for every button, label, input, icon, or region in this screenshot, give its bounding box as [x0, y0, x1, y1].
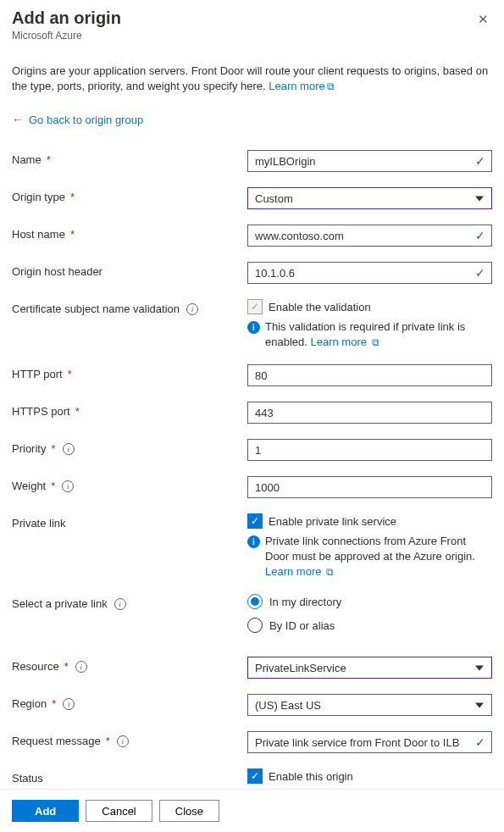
enable-validation-checkbox: ✓ — [247, 299, 263, 314]
enable-validation-label: Enable the validation — [269, 301, 371, 313]
http-port-label: HTTP port — [12, 368, 63, 380]
resource-label: Resource — [12, 660, 59, 673]
info-blue-icon: i — [247, 321, 260, 334]
info-icon[interactable]: i — [117, 735, 129, 747]
close-icon[interactable]: ✕ — [474, 8, 492, 31]
origin-type-label: Origin type — [12, 191, 65, 203]
back-arrow-icon: ← — [12, 113, 24, 126]
info-blue-icon: i — [247, 535, 260, 548]
region-select[interactable] — [247, 694, 492, 716]
learn-more-link[interactable]: Learn more⧉ — [269, 80, 334, 92]
name-input[interactable] — [247, 150, 492, 172]
priority-label: Priority — [12, 442, 46, 455]
http-port-input[interactable] — [247, 364, 492, 386]
radio-icon — [247, 594, 263, 609]
info-icon[interactable]: i — [62, 480, 74, 492]
external-link-icon: ⧉ — [326, 565, 334, 579]
private-link-label: Private link — [12, 517, 66, 530]
cert-validation-label: Certificate subject name validation — [12, 302, 180, 315]
enable-origin-checkbox[interactable]: ✓ — [247, 768, 263, 784]
enable-private-link-label: Enable private link service — [269, 515, 396, 528]
weight-label: Weight — [12, 480, 46, 492]
region-label: Region — [12, 697, 47, 710]
host-name-input[interactable] — [247, 225, 492, 247]
radio-by-id-label: By ID or alias — [269, 619, 335, 632]
info-icon[interactable]: i — [63, 698, 75, 710]
radio-icon — [247, 618, 263, 633]
info-icon[interactable]: i — [114, 598, 126, 610]
https-port-input[interactable] — [247, 402, 492, 424]
radio-in-directory-label: In my directory — [269, 596, 341, 608]
description-text: Origins are your application servers. Fr… — [12, 64, 492, 94]
description-body: Origins are your application servers. Fr… — [12, 64, 488, 92]
host-name-label: Host name — [12, 228, 65, 241]
enable-origin-label: Enable this origin — [269, 770, 353, 783]
private-link-learn-more-link[interactable]: Learn more ⧉ — [265, 565, 334, 578]
panel-title: Add an origin — [12, 8, 121, 28]
panel-subtitle: Microsoft Azure — [12, 30, 121, 42]
request-message-label: Request message — [12, 735, 101, 747]
radio-in-my-directory[interactable]: In my directory — [247, 594, 492, 609]
add-button[interactable]: Add — [12, 800, 79, 822]
private-link-info: Private link connections from Azure Fron… — [265, 535, 475, 563]
https-port-label: HTTPS port — [12, 405, 70, 418]
info-icon[interactable]: i — [186, 303, 198, 315]
radio-by-id-or-alias[interactable]: By ID or alias — [247, 618, 492, 633]
info-icon[interactable]: i — [75, 661, 87, 673]
request-message-input[interactable] — [247, 731, 492, 753]
cert-learn-more-link[interactable]: Learn more ⧉ — [311, 336, 379, 348]
external-link-icon: ⧉ — [327, 80, 335, 94]
enable-private-link-checkbox[interactable]: ✓ — [247, 513, 263, 529]
external-link-icon: ⧉ — [372, 336, 379, 349]
select-private-link-label: Select a private link — [12, 597, 108, 610]
close-button[interactable]: Close — [159, 800, 219, 822]
cancel-button[interactable]: Cancel — [86, 800, 152, 822]
required-marker: * — [47, 153, 51, 166]
status-label: Status — [12, 772, 43, 785]
weight-input[interactable] — [247, 476, 492, 498]
back-to-origin-group-link[interactable]: Go back to origin group — [29, 114, 143, 126]
origin-host-header-label: Origin host header — [12, 265, 102, 278]
info-icon[interactable]: i — [63, 443, 75, 455]
name-label: Name — [12, 153, 42, 166]
priority-input[interactable] — [247, 439, 492, 461]
origin-host-header-input[interactable] — [247, 262, 492, 284]
origin-type-select[interactable] — [247, 187, 492, 209]
resource-select[interactable] — [247, 657, 492, 679]
